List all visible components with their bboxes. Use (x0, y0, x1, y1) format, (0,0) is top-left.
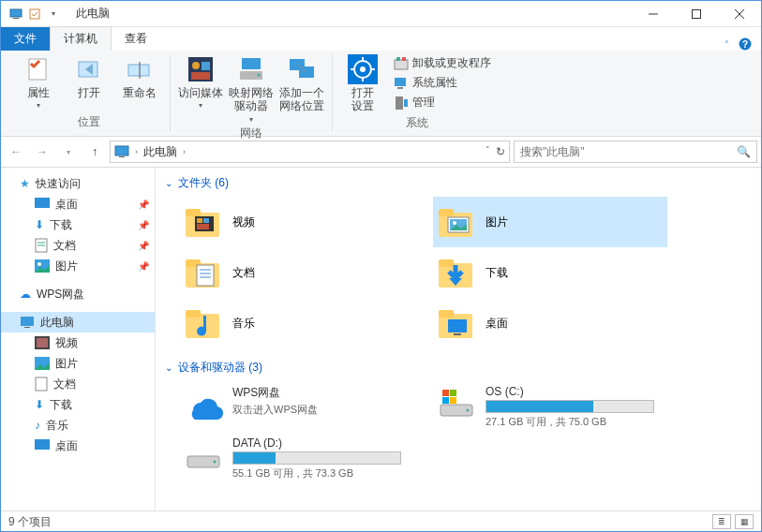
svg-rect-53 (186, 209, 201, 216)
sidebar-desktop[interactable]: 桌面📌 (1, 194, 155, 214)
svg-rect-46 (24, 327, 30, 328)
refresh-icon[interactable]: ↻ (496, 145, 505, 158)
svg-rect-0 (10, 9, 22, 17)
sidebar-desktop2[interactable]: 桌面 (1, 436, 155, 456)
folder-item-picture[interactable]: 图片 (433, 197, 667, 247)
svg-point-78 (467, 409, 470, 412)
cloud-icon: ☁ (20, 288, 31, 301)
desktop-icon (35, 198, 50, 211)
folder-label: 视频 (232, 214, 255, 230)
folder-item-desktop[interactable]: 桌面 (433, 298, 667, 348)
tab-file[interactable]: 文件 (1, 27, 50, 51)
folder-item-video[interactable]: 视频 (180, 197, 414, 247)
sidebar-thispc[interactable]: 此电脑 (1, 312, 155, 332)
svg-rect-34 (397, 87, 403, 89)
search-input[interactable] (520, 145, 737, 158)
svg-rect-39 (35, 198, 50, 208)
drive-item[interactable]: WPS网盘双击进入WPS网盘 (180, 381, 414, 433)
properties-button[interactable]: 属性 ▾ (16, 54, 61, 110)
sidebar-quick-access[interactable]: ★快速访问 (1, 173, 155, 194)
section-drives-header[interactable]: ⌄ 设备和驱动器 (3) (165, 356, 752, 379)
minimize-button[interactable] (632, 1, 675, 27)
access-media-button[interactable]: 访问媒体 ▾ (178, 54, 223, 110)
breadcrumb-chevron[interactable]: › (135, 147, 138, 156)
drive-item[interactable]: OS (C:)27.1 GB 可用 , 共 75.0 GB (433, 381, 667, 433)
breadcrumb-thispc[interactable]: 此电脑 (143, 144, 177, 160)
breadcrumb-chevron[interactable]: › (183, 147, 186, 156)
system-icon (8, 7, 23, 22)
folder-label: 图片 (486, 214, 508, 230)
sidebar-pictures[interactable]: 图片📌 (1, 256, 155, 276)
title-bar: ▾ 此电脑 (1, 1, 761, 27)
uninstall-icon (394, 56, 409, 71)
drive-subtitle: 双击进入WPS网盘 (232, 403, 411, 417)
ribbon-collapse-icon[interactable]: ˄ (725, 39, 729, 50)
drive-name: WPS网盘 (232, 385, 411, 401)
sidebar-downloads[interactable]: ⬇下载📌 (1, 214, 155, 235)
document-folder-icon (184, 253, 223, 292)
forward-button[interactable]: → (31, 140, 53, 163)
rename-button[interactable]: 重命名 (117, 54, 162, 99)
sidebar-pictures2[interactable]: 图片 (1, 353, 155, 374)
svg-rect-36 (404, 99, 408, 107)
svg-point-14 (192, 62, 200, 69)
svg-rect-72 (186, 310, 201, 318)
back-button[interactable]: ← (5, 140, 27, 163)
view-icons-button[interactable]: ▦ (735, 514, 754, 529)
search-icon[interactable]: 🔍 (737, 145, 751, 158)
map-drive-button[interactable]: 映射网络 驱动器 ▾ (229, 54, 274, 124)
picture-folder-icon (437, 202, 476, 242)
folder-item-document[interactable]: 文档 (180, 247, 414, 298)
pin-icon: 📌 (138, 261, 149, 272)
recent-dropdown[interactable]: ▾ (57, 140, 80, 163)
ribbon-tabs: 文件 计算机 查看 ˄ ? (1, 27, 761, 51)
properties-icon (23, 54, 53, 84)
chevron-down-icon: ⌄ (165, 362, 172, 373)
drive-item[interactable]: DATA (D:)55.1 GB 可用 , 共 73.3 GB (180, 433, 414, 484)
content-pane: ⌄ 文件夹 (6) 视频图片文档下载音乐桌面 ⌄ 设备和驱动器 (3) WPS网… (156, 168, 761, 510)
sidebar-downloads2[interactable]: ⬇下载 (1, 394, 155, 415)
open-button[interactable]: 打开 (67, 54, 112, 99)
sidebar-wps[interactable]: ☁WPS网盘 (1, 284, 155, 304)
ribbon-group-system: 打开 设置 卸载或更改程序 系统属性 管理 系统 (333, 54, 501, 132)
uninstall-button[interactable]: 卸载或更改程序 (391, 54, 494, 72)
computer-icon (20, 316, 35, 329)
folder-item-download[interactable]: 下载 (433, 247, 667, 298)
up-button[interactable]: ↑ (83, 140, 106, 163)
sidebar-documents[interactable]: 文档📌 (1, 235, 155, 256)
svg-rect-35 (396, 96, 403, 110)
manage-button[interactable]: 管理 (391, 94, 494, 111)
sidebar-documents2[interactable]: 文档 (1, 374, 155, 394)
folder-label: 文档 (232, 265, 255, 281)
address-dropdown-icon[interactable]: ˅ (486, 145, 490, 158)
svg-rect-55 (197, 218, 202, 223)
svg-point-25 (360, 66, 366, 72)
qat-properties-icon[interactable] (27, 7, 42, 22)
close-button[interactable] (718, 1, 761, 27)
open-settings-button[interactable]: 打开 设置 (340, 54, 385, 113)
help-icon[interactable]: ? (739, 37, 752, 51)
address-bar[interactable]: › 此电脑 › ˅ ↻ (110, 140, 510, 163)
svg-rect-2 (30, 9, 39, 19)
chevron-down-icon: ⌄ (165, 178, 172, 188)
pin-icon: 📌 (138, 200, 149, 210)
svg-rect-80 (450, 390, 456, 396)
picture-icon (35, 259, 50, 273)
maximize-button[interactable] (675, 1, 718, 27)
video-folder-icon (184, 202, 223, 242)
tab-view[interactable]: 查看 (112, 27, 160, 51)
add-location-button[interactable]: 添加一个 网络位置 (279, 54, 324, 113)
svg-rect-4 (693, 9, 701, 18)
system-properties-button[interactable]: 系统属性 (391, 74, 494, 92)
view-details-button[interactable]: ≣ (712, 514, 731, 529)
search-box[interactable]: 🔍 (514, 140, 757, 163)
svg-rect-32 (402, 57, 406, 61)
tab-computer[interactable]: 计算机 (50, 26, 112, 51)
folder-label: 下载 (486, 265, 508, 281)
sidebar-music[interactable]: ♪音乐 (1, 415, 155, 436)
sidebar-videos2[interactable]: 视频 (1, 332, 155, 353)
folder-item-music[interactable]: 音乐 (180, 298, 414, 348)
qat-dropdown-icon[interactable]: ▾ (46, 7, 61, 22)
settings-icon (348, 54, 378, 84)
section-folders-header[interactable]: ⌄ 文件夹 (6) (165, 171, 752, 195)
